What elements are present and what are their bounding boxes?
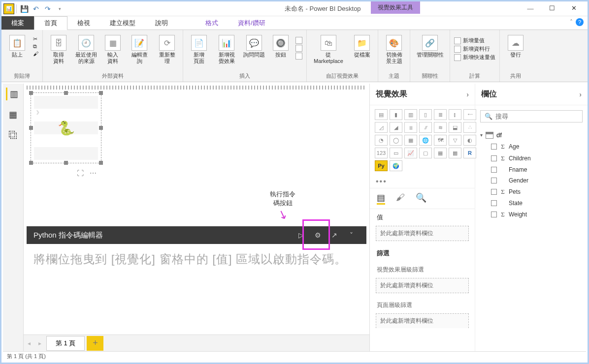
manage-relations-button[interactable]: 🔗管理關聯性 [414, 34, 446, 58]
tab-data-drill[interactable]: 資料/鑽研 [228, 16, 275, 30]
undo-icon[interactable]: ↶ [31, 3, 41, 14]
viz-stacked-column-icon[interactable]: ▮ [390, 109, 402, 120]
qat-customize-icon[interactable]: ▾ [54, 3, 65, 14]
buttons-button[interactable]: 🔘按鈕 [270, 34, 292, 58]
tab-format[interactable]: 格式 [196, 16, 228, 30]
minimize-button[interactable]: — [520, 1, 541, 15]
get-data-button[interactable]: 🗄取得 資料 [47, 34, 70, 64]
viz-pane-collapse-icon[interactable]: › [466, 91, 469, 98]
new-page-button[interactable]: 📄新增 頁面 [187, 34, 211, 64]
field-age[interactable]: ΣAge [480, 141, 583, 152]
viz-stackarea-icon[interactable]: ◢ [390, 122, 402, 133]
viz-area-icon[interactable]: ◿ [375, 122, 388, 133]
add-page-button[interactable]: + [87, 336, 103, 351]
cut-icon[interactable]: ✂ [33, 36, 38, 42]
checkbox-state[interactable] [491, 200, 497, 206]
field-weight[interactable]: ΣWeight [480, 209, 583, 220]
run-script-button[interactable]: ▷ [293, 227, 309, 243]
table-df[interactable]: ▾df [480, 129, 583, 141]
viz-clustered-bar-icon[interactable]: ▥ [404, 109, 417, 120]
focus-mode-icon[interactable]: ⛶ [77, 169, 84, 177]
tab-file[interactable]: 檔案 [1, 16, 34, 30]
tab-modeling[interactable]: 建立模型 [100, 16, 145, 30]
format-painter-icon[interactable]: 🖌 [33, 51, 38, 57]
analytics-tab-icon[interactable]: 🔍 [416, 192, 426, 205]
viz-treemap-icon[interactable]: ▦ [404, 135, 417, 146]
data-view-icon[interactable]: ▦ [7, 108, 20, 121]
viz-matrix-icon[interactable]: ▩ [449, 148, 461, 158]
marketplace-button[interactable]: 🛍從 Marketplace [311, 34, 346, 64]
field-children[interactable]: ΣChildren [480, 152, 583, 164]
checkbox-age[interactable] [491, 144, 497, 150]
script-options-icon[interactable]: ⚙ [309, 227, 326, 243]
viz-slicer-icon[interactable]: ▢ [419, 148, 432, 158]
tab-help[interactable]: 說明 [145, 16, 178, 30]
new-measure-button[interactable]: 新增量值 [454, 37, 495, 44]
viz-gauge-icon[interactable]: ◐ [463, 135, 476, 146]
page-tab-1[interactable]: 第 1 頁 [46, 336, 85, 351]
viz-stacked-bar-icon[interactable]: ▤ [375, 109, 388, 120]
new-column-button[interactable]: 新增資料行 [454, 45, 495, 53]
viz-card-icon[interactable]: 123 [375, 148, 388, 158]
checkbox-children[interactable] [491, 155, 497, 161]
checkbox-fname[interactable] [491, 167, 497, 173]
checkbox-pets[interactable] [491, 189, 497, 195]
field-pets[interactable]: ΣPets [480, 186, 583, 198]
viz-ribbon-icon[interactable]: ≋ [434, 122, 447, 133]
tab-home[interactable]: 首頁 [34, 16, 67, 30]
visual-filters-dropwell[interactable]: 於此處新增資料欄位 [376, 278, 469, 293]
checkbox-weight[interactable] [491, 212, 497, 217]
save-icon[interactable]: 💾 [19, 3, 30, 14]
viz-pie-icon[interactable]: ◔ [375, 135, 388, 146]
viz-funnel-icon[interactable]: ▽ [449, 135, 461, 146]
search-input[interactable] [495, 113, 578, 120]
from-file-button[interactable]: 📁從檔案 [350, 34, 374, 58]
new-visual-button[interactable]: 📊新增視 覺效果 [215, 34, 238, 64]
collapse-ribbon-icon[interactable]: ˄ [570, 19, 573, 26]
python-visual-placeholder[interactable]: › 🐍 [31, 92, 101, 163]
viz-multicard-icon[interactable]: ▭ [390, 148, 402, 158]
page-filters-dropwell[interactable]: 於此處新增資料欄位 [376, 313, 469, 328]
viz-line-icon[interactable]: ⬳ [463, 109, 476, 120]
textbox-icon[interactable] [295, 37, 302, 44]
field-gender[interactable]: Gender [480, 175, 583, 186]
checkbox-gender[interactable] [491, 178, 497, 183]
image-icon[interactable] [295, 45, 302, 52]
tab-view[interactable]: 檢視 [67, 16, 100, 30]
viz-combo1-icon[interactable]: ⫼ [404, 122, 417, 133]
field-state[interactable]: State [480, 198, 583, 209]
report-view-icon[interactable]: ▥ [6, 88, 19, 100]
publish-button[interactable]: ☁發行 [504, 34, 527, 58]
paste-button[interactable]: 📋貼上 [5, 34, 29, 58]
collapse-script-icon[interactable]: ˅ [343, 227, 360, 243]
fields-tab-icon[interactable]: ▤ [377, 192, 385, 205]
viz-combo2-icon[interactable]: ⫽ [419, 122, 432, 133]
viz-donut-icon[interactable]: ◯ [390, 135, 402, 146]
viz-table-icon[interactable]: ▦ [434, 148, 447, 158]
viz-clustered-column-icon[interactable]: ▯ [419, 109, 432, 120]
page-next-icon[interactable]: ▸ [34, 336, 45, 350]
copy-icon[interactable]: ⧉ [33, 43, 38, 50]
report-canvas[interactable]: › 🐍 ⛶ ⋯ 執行指令 碼按鈕 ↘ Python 指令碼編輯器 ▷ ⚙ ↗ ˅… [24, 84, 369, 351]
ask-button[interactable]: 💬詢問問題 [242, 34, 266, 58]
quick-measure-button[interactable]: 新增快速量值 [454, 54, 495, 61]
viz-arcgis-icon[interactable]: 🌍 [390, 160, 402, 171]
edit-queries-button[interactable]: 📝編輯查 詢 [128, 34, 151, 64]
viz-r-icon[interactable]: R [463, 148, 476, 158]
fields-search[interactable]: 🔍 [480, 110, 583, 122]
recent-sources-button[interactable]: 🕘最近使用 的來源 [74, 34, 98, 64]
viz-map-icon[interactable]: 🌐 [419, 135, 432, 146]
viz-100bar-icon[interactable]: ≣ [434, 109, 447, 120]
maximize-button[interactable]: ☐ [541, 1, 563, 15]
refresh-button[interactable]: ⟳重新整 理 [155, 34, 179, 64]
format-tab-icon[interactable]: 🖌 [396, 192, 405, 205]
viz-filled-map-icon[interactable]: 🗺 [434, 135, 447, 146]
viz-kpi-icon[interactable]: 📈 [404, 148, 417, 158]
redo-icon[interactable]: ↷ [42, 3, 53, 14]
more-options-icon[interactable]: ⋯ [90, 169, 97, 177]
popout-script-icon[interactable]: ↗ [326, 227, 343, 243]
switch-theme-button[interactable]: 🎨切換佈 景主題 [382, 34, 406, 64]
viz-waterfall-icon[interactable]: ⬓ [449, 122, 461, 133]
viz-scatter-icon[interactable]: ∴ [463, 122, 476, 133]
page-prev-icon[interactable]: ◂ [24, 336, 34, 350]
